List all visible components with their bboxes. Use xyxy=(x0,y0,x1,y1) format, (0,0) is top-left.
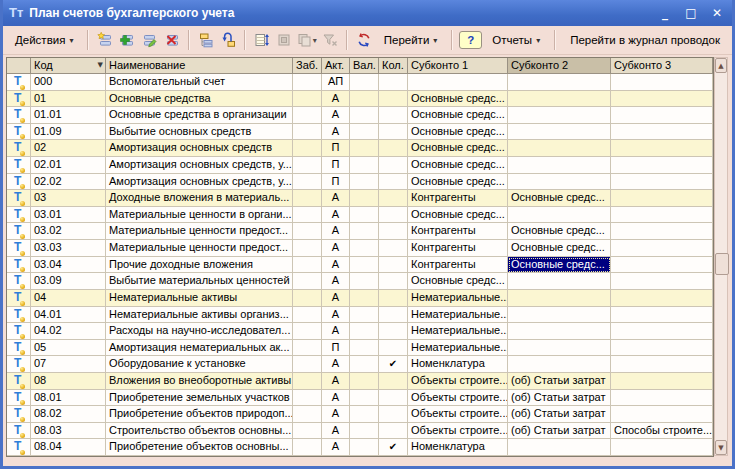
cell-name[interactable]: Нематериальные активы xyxy=(106,290,293,307)
cell-sub2[interactable]: (об) Статьи затрат xyxy=(508,406,611,423)
cell-sub1[interactable]: Основные средс... xyxy=(408,157,508,174)
cell-name[interactable]: Нематериальные активы организ... xyxy=(106,307,293,324)
cell-sub3[interactable] xyxy=(611,257,713,274)
cell-name[interactable]: Выбытие материальных ценностей xyxy=(106,273,293,290)
cell-code[interactable]: 03.01 xyxy=(31,207,106,224)
table-row[interactable]: Т03.03Материальные ценности предост...АК… xyxy=(7,240,713,257)
cell-icon[interactable]: Т xyxy=(7,240,31,257)
cell-name[interactable]: Вспомогательный счет xyxy=(106,74,293,91)
cell-val[interactable] xyxy=(350,406,379,423)
vertical-scrollbar[interactable]: ▲ ▼ xyxy=(714,57,728,456)
cell-zab[interactable] xyxy=(293,257,322,274)
cell-name[interactable]: Амортизация основных средств, у... xyxy=(106,174,293,191)
cell-kol[interactable]: ✔ xyxy=(379,439,408,456)
close-button[interactable]: ✕ xyxy=(708,6,726,20)
cell-sub1[interactable]: Контрагенты xyxy=(408,257,508,274)
cell-sub2[interactable]: Основные средс... xyxy=(508,190,611,207)
scroll-down-icon[interactable]: ▼ xyxy=(715,440,727,455)
cell-sub3[interactable] xyxy=(611,140,713,157)
cell-val[interactable] xyxy=(350,307,379,324)
cell-zab[interactable] xyxy=(293,390,322,407)
cell-kol[interactable] xyxy=(379,74,408,91)
cell-code[interactable]: 01 xyxy=(31,91,106,108)
cell-name[interactable]: Доходные вложения в материаль... xyxy=(106,190,293,207)
cell-name[interactable]: Материальные ценности предост... xyxy=(106,223,293,240)
cell-act[interactable]: А xyxy=(322,91,350,108)
cell-code[interactable]: 08 xyxy=(31,373,106,390)
cell-act[interactable]: П xyxy=(322,174,350,191)
table-row[interactable]: Т01Основные средстваАОсновные средс... xyxy=(7,91,713,108)
move-to-group-icon[interactable] xyxy=(218,28,238,52)
cell-act[interactable]: П xyxy=(322,340,350,357)
cell-act[interactable]: А xyxy=(322,423,350,440)
cell-kol[interactable] xyxy=(379,257,408,274)
cell-sub3[interactable] xyxy=(611,107,713,124)
cell-zab[interactable] xyxy=(293,356,322,373)
table-row[interactable]: Т03.01Материальные ценности в органи...А… xyxy=(7,207,713,224)
cell-icon[interactable]: Т xyxy=(7,107,31,124)
cell-sub1[interactable]: Основные средс... xyxy=(408,91,508,108)
cell-sub1[interactable]: Нематериальные... xyxy=(408,290,508,307)
cell-sub3[interactable] xyxy=(611,290,713,307)
column-header-sub1[interactable]: Субконто 1 xyxy=(408,58,508,74)
cell-name[interactable]: Основные средства xyxy=(106,91,293,108)
help-button[interactable]: ? xyxy=(459,31,482,49)
cell-sub3[interactable] xyxy=(611,124,713,141)
cell-sub1[interactable]: Нематериальные... xyxy=(408,340,508,357)
cell-zab[interactable] xyxy=(293,273,322,290)
table-row[interactable]: Т02.01Амортизация основных средств, у...… xyxy=(7,157,713,174)
cell-act[interactable]: А xyxy=(322,257,350,274)
cell-icon[interactable]: Т xyxy=(7,74,31,91)
cell-code[interactable]: 02.01 xyxy=(31,157,106,174)
cell-code[interactable]: 02.02 xyxy=(31,174,106,191)
cell-sub1[interactable]: Нематериальные... xyxy=(408,307,508,324)
cell-val[interactable] xyxy=(350,273,379,290)
table-row[interactable]: Т02.02Амортизация основных средств, у...… xyxy=(7,174,713,191)
cell-sub1[interactable]: Основные средс... xyxy=(408,140,508,157)
cell-code[interactable]: 04 xyxy=(31,290,106,307)
cell-sub1[interactable]: Объекты строите... xyxy=(408,406,508,423)
cell-act[interactable]: А xyxy=(322,290,350,307)
column-header-val[interactable]: Вал. xyxy=(350,58,379,74)
cell-kol[interactable] xyxy=(379,406,408,423)
cell-icon[interactable]: Т xyxy=(7,157,31,174)
cell-sub3[interactable] xyxy=(611,157,713,174)
goto-menu-button[interactable]: Перейти▾ xyxy=(376,30,446,50)
cell-kol[interactable] xyxy=(379,223,408,240)
cell-act[interactable]: А xyxy=(322,373,350,390)
cell-sub3[interactable] xyxy=(611,406,713,423)
cell-zab[interactable] xyxy=(293,174,322,191)
cell-name[interactable]: Вложения во внеоборотные активы xyxy=(106,373,293,390)
cell-kol[interactable] xyxy=(379,273,408,290)
cell-kol[interactable] xyxy=(379,323,408,340)
cell-icon[interactable]: Т xyxy=(7,273,31,290)
table-row[interactable]: Т01.01Основные средства в организацииАОс… xyxy=(7,107,713,124)
cell-act[interactable]: А xyxy=(322,223,350,240)
cell-sub3[interactable] xyxy=(611,356,713,373)
cell-icon[interactable]: Т xyxy=(7,323,31,340)
cell-sub2[interactable]: Основные средс... xyxy=(508,223,611,240)
cell-name[interactable]: Амортизация основных средств xyxy=(106,140,293,157)
cell-sub3[interactable] xyxy=(611,207,713,224)
cell-zab[interactable] xyxy=(293,190,322,207)
cell-sub1[interactable]: Основные средс... xyxy=(408,107,508,124)
cell-act[interactable]: А xyxy=(322,439,350,456)
column-header-sub3[interactable]: Субконто 3 xyxy=(611,58,713,74)
cell-act[interactable]: А xyxy=(322,307,350,324)
cell-sub3[interactable] xyxy=(611,240,713,257)
cell-kol[interactable] xyxy=(379,174,408,191)
cell-sub2[interactable] xyxy=(508,439,611,456)
cell-sub2[interactable] xyxy=(508,323,611,340)
cell-val[interactable] xyxy=(350,340,379,357)
cell-zab[interactable] xyxy=(293,74,322,91)
cell-zab[interactable] xyxy=(293,290,322,307)
cell-sub3[interactable] xyxy=(611,439,713,456)
cell-act[interactable]: А xyxy=(322,406,350,423)
cell-sub1[interactable]: Основные средс... xyxy=(408,124,508,141)
cell-val[interactable] xyxy=(350,140,379,157)
column-header-code[interactable]: Код▼ xyxy=(31,58,106,74)
cell-icon[interactable]: Т xyxy=(7,423,31,440)
minimize-button[interactable]: _ xyxy=(656,6,674,20)
cell-kol[interactable] xyxy=(379,140,408,157)
cell-zab[interactable] xyxy=(293,107,322,124)
